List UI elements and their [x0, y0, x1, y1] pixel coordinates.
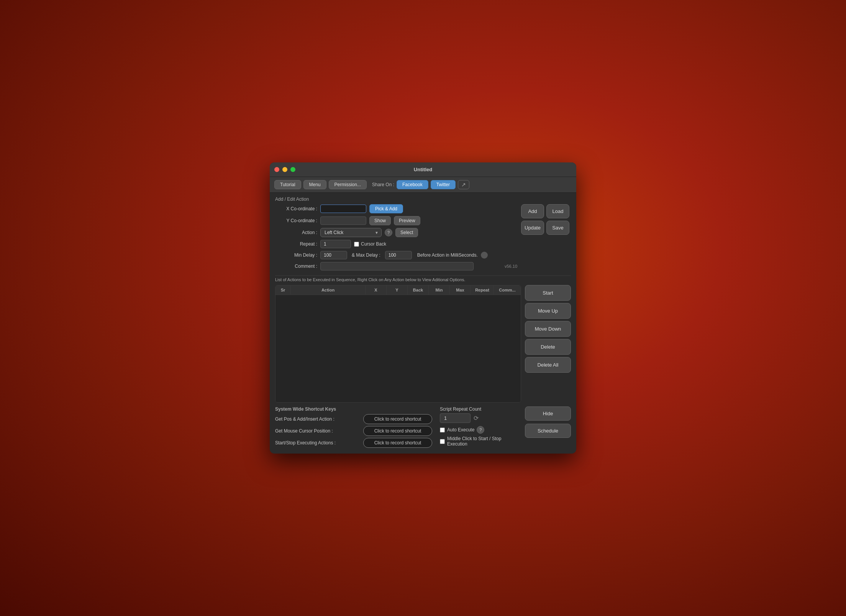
add-edit-label: Add / Edit Action	[275, 197, 571, 202]
pick-add-button[interactable]: Pick & Add	[369, 204, 403, 213]
get-mouse-shortcut-button[interactable]: Click to record shortcut	[363, 426, 432, 436]
auto-execute-label: Auto Execute	[447, 427, 474, 433]
maximize-button[interactable]	[290, 167, 295, 172]
middle-click-row: Middle Click to Start / Stop Execution	[440, 436, 517, 447]
traffic-lights	[274, 167, 295, 172]
col-max: Max	[450, 285, 471, 295]
close-button[interactable]	[274, 167, 279, 172]
x-coord-input[interactable]	[320, 205, 366, 213]
add-load-row: Add Load	[521, 204, 571, 218]
max-delay-input[interactable]	[385, 251, 412, 259]
titlebar: Untitled	[270, 162, 576, 177]
col-comment: Comm...	[494, 285, 521, 295]
content-area: Add / Edit Action X Co-ordinate : Pick &…	[270, 193, 576, 454]
start-stop-shortcut-button[interactable]: Click to record shortcut	[363, 438, 432, 448]
comment-input[interactable]	[320, 262, 474, 270]
get-pos-label: Get Pos & Add/Insert Action :	[275, 416, 359, 422]
repeat-row: Repeat : Cursor Back	[275, 240, 517, 248]
right-action-buttons: Add Load Update Save	[521, 204, 571, 273]
middle-click-checkbox[interactable]	[440, 439, 445, 444]
move-up-button[interactable]: Move Up	[525, 303, 571, 319]
update-button[interactable]: Update	[521, 221, 544, 235]
table-header: Sr Action X Y Back Min Max Repeat Comm..…	[275, 285, 521, 295]
script-repeat-section: Script Repeat Count ⟳	[440, 406, 517, 423]
min-delay-input[interactable]	[320, 251, 347, 259]
y-coord-label: Y Co-ordinate :	[275, 218, 317, 223]
delete-all-button[interactable]: Delete All	[525, 357, 571, 373]
action-select[interactable]: Left Click Right Click Double Click Key …	[320, 228, 382, 237]
repeat-input[interactable]	[320, 240, 351, 248]
action-help-button[interactable]: ?	[385, 229, 392, 236]
actions-table: Sr Action X Y Back Min Max Repeat Comm..…	[275, 285, 521, 403]
add-button[interactable]: Add	[521, 204, 544, 218]
script-repeat-input[interactable]	[440, 413, 471, 423]
cursor-back-wrapper: Cursor Back	[354, 241, 386, 247]
facebook-button[interactable]: Facebook	[397, 180, 428, 189]
right-controls: Script Repeat Count ⟳ Auto Execute ? Mid…	[440, 406, 517, 447]
middle-click-label: Middle Click to Start / Stop Execution	[447, 436, 517, 447]
comment-label: Comment :	[275, 264, 317, 269]
auto-execute-row: Auto Execute ?	[440, 426, 517, 434]
menu-button[interactable]: Menu	[303, 180, 326, 189]
max-delay-label: & Max Delay :	[352, 252, 380, 258]
schedule-button[interactable]: Schedule	[525, 424, 571, 438]
col-back: Back	[408, 285, 429, 295]
table-section: Sr Action X Y Back Min Max Repeat Comm..…	[275, 285, 571, 403]
col-min: Min	[429, 285, 450, 295]
bottom-area: System Wide Shortcut Keys Get Pos & Add/…	[275, 406, 571, 450]
auto-execute-help[interactable]: ?	[477, 426, 484, 434]
x-coord-label: X Co-ordinate :	[275, 206, 317, 211]
get-pos-shortcut-button[interactable]: Click to record shortcut	[363, 414, 432, 424]
script-repeat-row: ⟳	[440, 413, 517, 423]
tutorial-button[interactable]: Tutorial	[274, 180, 301, 189]
x-coord-row: X Co-ordinate : Pick & Add	[275, 204, 517, 213]
version-badge: v56.10	[505, 264, 517, 269]
y-coord-input[interactable]	[320, 216, 366, 225]
cursor-back-label: Cursor Back	[361, 241, 386, 247]
col-repeat: Repeat	[471, 285, 494, 295]
share-icon-button[interactable]: ↗	[458, 180, 469, 189]
shortcut-title: System Wide Shortcut Keys	[275, 406, 432, 412]
col-sr: Sr	[275, 285, 291, 295]
update-save-row: Update Save	[521, 221, 571, 235]
toolbar: Tutorial Menu Permission... Share On : F…	[270, 177, 576, 193]
hide-schedule-section: Hide Schedule	[525, 406, 571, 438]
window-title: Untitled	[414, 167, 432, 172]
comment-row: Comment : v56.10	[275, 262, 517, 270]
load-button[interactable]: Load	[546, 204, 569, 218]
action-row: Action : Left Click Right Click Double C…	[275, 228, 517, 237]
main-window: Untitled Tutorial Menu Permission... Sha…	[270, 162, 576, 454]
script-repeat-label: Script Repeat Count	[440, 406, 517, 412]
y-coord-row: Y Co-ordinate : Show Preview	[275, 216, 517, 225]
col-action: Action	[291, 285, 366, 295]
table-body[interactable]	[275, 295, 521, 402]
start-button[interactable]: Start	[525, 285, 571, 301]
permission-button[interactable]: Permission...	[329, 180, 367, 189]
col-x: X	[366, 285, 387, 295]
delete-button[interactable]: Delete	[525, 339, 571, 355]
auto-execute-checkbox[interactable]	[440, 428, 445, 433]
action-label: Action :	[275, 230, 317, 235]
minimize-button[interactable]	[282, 167, 287, 172]
col-y: Y	[387, 285, 408, 295]
save-button[interactable]: Save	[546, 221, 569, 235]
side-buttons: Start Move Up Move Down Delete Delete Al…	[525, 285, 571, 403]
move-down-button[interactable]: Move Down	[525, 321, 571, 337]
shortcut-row-1: Get Pos & Add/Insert Action : Click to r…	[275, 414, 432, 424]
cursor-back-checkbox[interactable]	[354, 242, 359, 247]
start-stop-label: Start/Stop Executing Actions :	[275, 440, 359, 446]
shortcut-row-3: Start/Stop Executing Actions : Click to …	[275, 438, 432, 448]
shortcut-row-2: Get Mouse Cursor Position : Click to rec…	[275, 426, 432, 436]
shortcut-section: System Wide Shortcut Keys Get Pos & Add/…	[275, 406, 432, 450]
get-mouse-label: Get Mouse Cursor Position :	[275, 428, 359, 434]
hide-button[interactable]: Hide	[525, 406, 571, 421]
preview-button[interactable]: Preview	[394, 216, 420, 225]
delay-row: Min Delay : & Max Delay : Before Action …	[275, 251, 517, 259]
spinner-icon: ⟳	[474, 414, 479, 422]
top-form-area: X Co-ordinate : Pick & Add Y Co-ordinate…	[275, 204, 571, 273]
show-button[interactable]: Show	[369, 216, 391, 225]
select-button[interactable]: Select	[395, 228, 418, 237]
twitter-button[interactable]: Twitter	[431, 180, 456, 189]
share-on-label: Share On :	[372, 182, 394, 187]
action-select-wrapper: Left Click Right Click Double Click Key …	[320, 228, 382, 237]
